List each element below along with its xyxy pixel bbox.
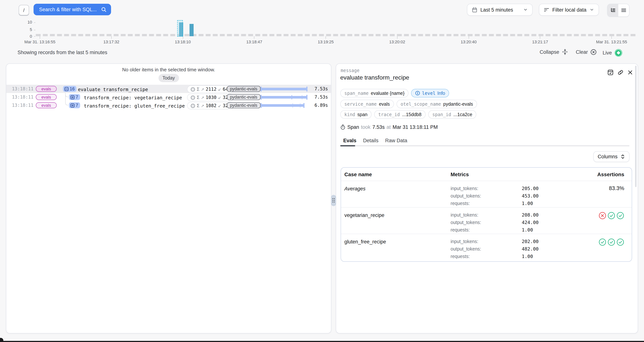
eval-row-averages[interactable]: Averages input_tokens: output_tokens: re…: [341, 181, 632, 208]
eval-row-vegetarian-recipe[interactable]: vegetarian_recipe input_tokens: output_t…: [341, 208, 632, 234]
histogram-bar[interactable]: [190, 24, 194, 36]
tag-service-name[interactable]: service_name evals: [340, 100, 394, 108]
duration-bar-start-cap: [260, 86, 262, 91]
arrow-down-left-icon: ↙: [218, 103, 222, 108]
columns-label: Columns: [598, 154, 618, 159]
timeline-histogram[interactable]: 10 5 0 Mar 31. 13:16:5513:17:3213:18:101…: [0, 20, 644, 46]
assertion-pass-icon: [608, 212, 615, 220]
eval-row-gluten-free-recipe[interactable]: gluten_free_recipe input_tokens: output_…: [341, 234, 632, 261]
trace-row-vegetarian-recipe[interactable]: 13:18:11 evals 7 transform_recipe: veget…: [6, 93, 331, 101]
list-view-toggle[interactable]: [618, 4, 629, 17]
clear-x-circle-icon: [590, 49, 597, 55]
service-badge[interactable]: evals: [36, 86, 57, 92]
assertions-cell: [575, 208, 624, 234]
arrow-up-right-icon: ↗: [201, 95, 204, 100]
bottom-edge-strip: [0, 341, 644, 342]
assertion-percentage: 83.3%: [609, 185, 624, 191]
time-range-value: Last 5 minutes: [480, 7, 520, 13]
span-name: evaluate transform_recipe: [78, 86, 148, 92]
close-icon: [628, 70, 633, 75]
y-axis-tick-label: 5: [22, 28, 32, 32]
columns-button[interactable]: Columns: [593, 151, 630, 162]
trace-timestamp: 13:18:11: [12, 94, 34, 100]
tag-key: trace_id: [378, 112, 400, 117]
y-axis-tick-mark: [34, 36, 36, 37]
sigma-icon: Σ: [197, 103, 200, 108]
tag-kind[interactable]: kind span: [340, 110, 372, 119]
children-count: 7: [76, 94, 78, 100]
copy-link-button[interactable]: [618, 69, 624, 75]
header-metrics: Metrics: [450, 171, 522, 177]
clear-button[interactable]: Clear: [576, 49, 597, 55]
duration-label: 7.53s: [314, 94, 328, 100]
assertion-pass-icon: [616, 238, 624, 246]
metric-labels: input_tokens: output_tokens: requests:: [450, 208, 522, 234]
duration-bar-tick: [300, 103, 300, 107]
x-axis-tick-mark: [182, 36, 183, 39]
case-name: vegetarian_recipe: [344, 208, 450, 234]
histogram-bar[interactable]: [179, 22, 183, 36]
trace-row-evaluate-transform-recipe[interactable]: 13:18:11 evals 16 evaluate transform_rec…: [6, 85, 331, 93]
duration-bar-end-cap: [306, 86, 308, 91]
plus-square-icon: [70, 95, 74, 99]
duration-label: 7.53s: [314, 86, 328, 91]
trace-row-gluten-free-recipe[interactable]: 13:18:11 evals 7 transform_recipe: glute…: [6, 101, 331, 109]
evals-table-header: Case name Metrics Assertions: [341, 168, 632, 181]
tag-key: kind: [344, 112, 355, 117]
expand-children-badge[interactable]: 7: [69, 94, 80, 100]
collapse-button[interactable]: Collapse: [540, 49, 568, 55]
coin-icon: [190, 87, 195, 92]
tag-value: evaluate {name}: [371, 91, 404, 96]
filter-local-data-select[interactable]: Filter local data: [539, 4, 599, 16]
children-count: 16: [70, 86, 75, 91]
panel-resize-handle[interactable]: [331, 195, 336, 206]
duration-bar-start-cap: [260, 95, 262, 99]
tab-details[interactable]: Details: [363, 138, 379, 143]
duration-bar: [260, 101, 308, 109]
arrow-up-right-icon: ↗: [201, 87, 204, 91]
drag-dots-icon: [332, 198, 333, 199]
tab-raw-data[interactable]: Raw Data: [385, 138, 407, 143]
status-bar: Showing records from the last 5 minutes …: [0, 49, 644, 57]
tag-trace-id[interactable]: trace_id ...15ddb8: [374, 110, 426, 119]
input-tokens: 1030: [206, 95, 216, 100]
arrow-down-left-icon: ↙: [218, 87, 222, 91]
x-axis-tick-label: Mar 31. 13:16:55: [24, 40, 55, 44]
tag-key: span_id: [432, 112, 451, 117]
filter-icon: [544, 7, 549, 13]
live-toggle[interactable]: Live: [603, 49, 622, 57]
detail-tabs: Evals Details Raw Data: [343, 138, 407, 143]
x-axis-tick-label: 13:20:02: [389, 40, 405, 44]
tag-value: ...15ddb8: [402, 112, 422, 117]
tag-otel-scope-name[interactable]: otel_scope_name pydantic-evals: [396, 100, 477, 108]
detail-panel-scrollbar[interactable]: [635, 66, 636, 187]
x-axis-tick-label: 13:17:32: [104, 40, 120, 44]
y-axis-tick-label: 0: [22, 34, 32, 38]
service-badge[interactable]: evals: [36, 94, 57, 100]
otel-scope-badge: pydantic-evals: [227, 86, 260, 92]
search-button[interactable]: Search & filter with SQL...: [34, 4, 111, 15]
tab-evals[interactable]: Evals: [343, 138, 356, 143]
tag-value: pydantic-evals: [443, 101, 473, 107]
tag-value: evals: [379, 101, 390, 107]
service-badge[interactable]: evals: [36, 102, 57, 108]
header-case-name: Case name: [344, 171, 450, 177]
tag-span-id[interactable]: span_id ...1ca2ce: [428, 110, 476, 119]
time-range-select[interactable]: Last 5 minutes: [467, 4, 532, 16]
trace-timestamp: 13:18:11: [12, 103, 34, 108]
expand-children-badge[interactable]: 7: [69, 102, 80, 108]
tree-view-toggle[interactable]: [608, 4, 618, 17]
tag-value: Info: [437, 91, 445, 96]
metric-values: 208.00 424.00 1.00: [522, 208, 575, 234]
x-axis-tick-label: 13:21:17: [532, 40, 548, 44]
dock-panel-button[interactable]: [608, 69, 614, 75]
assertion-pass-icon: [608, 238, 615, 246]
bottom-left-corner: [0, 338, 3, 342]
collapse-children-badge[interactable]: 16: [63, 86, 76, 92]
close-panel-button[interactable]: [628, 69, 633, 75]
chevron-down-icon: [590, 8, 594, 12]
plus-square-icon: [70, 103, 74, 107]
topbar: / Search & filter with SQL... Last 5 min…: [0, 0, 644, 20]
tag-span-name[interactable]: span_name evaluate {name}: [340, 89, 409, 97]
tag-level[interactable]: level Info: [411, 89, 449, 97]
